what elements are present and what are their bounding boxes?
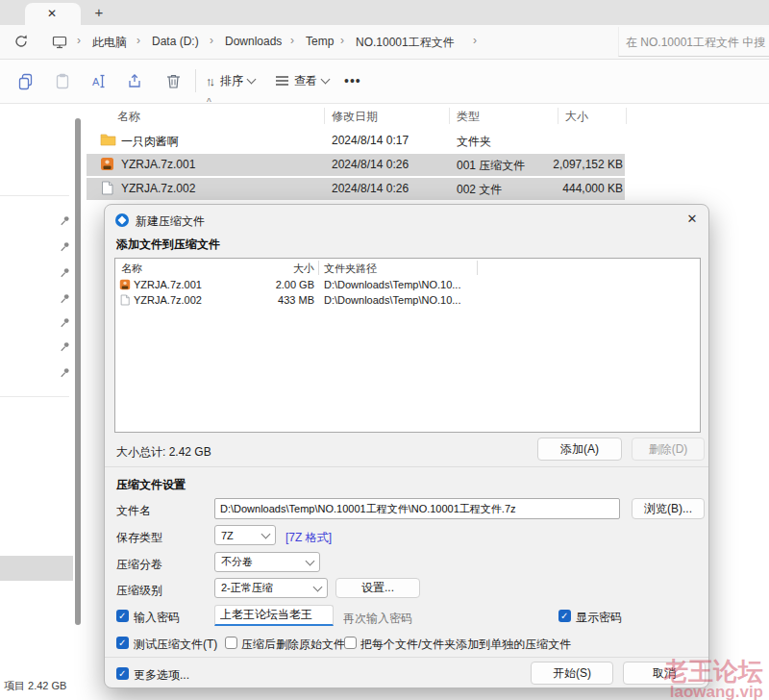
more-options-label[interactable]: 更多选项... — [134, 667, 189, 684]
file-date: 2024/8/14 0:26 — [332, 158, 409, 171]
share-icon — [126, 72, 144, 90]
pin-icon — [60, 291, 71, 303]
more-options-checkbox[interactable] — [116, 667, 129, 680]
file-name: YZRJA.7z.002 — [121, 182, 195, 195]
start-button[interactable]: 开始(S) — [531, 662, 613, 685]
table-col-divider — [477, 261, 478, 275]
dialog-divider — [105, 657, 708, 658]
file-name: YZRJA.7z.001 — [121, 158, 195, 171]
file-name: 一只肉酱啊 — [121, 134, 179, 150]
view-button[interactable]: 查看 — [275, 68, 329, 93]
dialog-close-icon[interactable]: ✕ — [682, 210, 703, 229]
password-input[interactable] — [214, 605, 334, 626]
table-row-folder[interactable]: 一只肉酱啊 2024/8/14 0:17 文件夹 — [87, 130, 625, 152]
chevron-down-icon — [247, 75, 257, 85]
table-row-7z-001[interactable]: YZRJA.7z.001 2024/8/14 0:26 001 压缩文件 2,0… — [87, 154, 625, 176]
this-pc-icon[interactable] — [52, 36, 67, 53]
more-options-button[interactable]: ••• — [344, 68, 361, 93]
status-bar-items: 项目 2.42 GB — [4, 679, 66, 693]
file-icon — [101, 181, 113, 198]
file-type: 文件夹 — [457, 134, 491, 150]
cancel-button[interactable]: 取消 — [623, 662, 706, 685]
split-label: 压缩分卷 — [116, 557, 162, 573]
total-size-label: 大小总计: 2.42 GB — [116, 444, 211, 461]
column-header-size[interactable]: 大小 — [565, 109, 588, 125]
breadcrumb-data-d[interactable]: Data (D:) — [152, 35, 199, 48]
delete-button[interactable] — [160, 68, 186, 93]
add-button[interactable]: 添加(A) — [537, 438, 622, 461]
new-archive-dialog: 新建压缩文件 ✕ 添加文件到压缩文件 名称 大小 文件夹路径 YZRJA.7z.… — [104, 204, 709, 688]
format-link[interactable]: [7Z 格式] — [285, 530, 332, 546]
browse-button[interactable]: 浏览(B)... — [632, 498, 705, 519]
table-col-size[interactable]: 大小 — [257, 262, 314, 276]
breadcrumb-separator-icon: › — [290, 34, 294, 47]
savetype-value: 7Z — [221, 530, 234, 541]
separate-archives-label[interactable]: 把每个文件/文件夹添加到单独的压缩文件 — [360, 637, 571, 653]
file-icon — [120, 294, 130, 308]
archive-file-table[interactable]: 名称 大小 文件夹路径 YZRJA.7z.001 2.00 GB D:\Down… — [114, 258, 701, 433]
settings-button[interactable]: 设置... — [335, 578, 420, 598]
column-header-date[interactable]: 修改日期 — [332, 109, 378, 125]
share-button[interactable] — [121, 68, 148, 93]
table-row[interactable]: YZRJA.7z.001 2.00 GB D:\Downloads\Temp\N… — [115, 277, 700, 292]
column-divider[interactable] — [626, 108, 627, 124]
savetype-dropdown[interactable]: 7Z — [214, 525, 276, 545]
delete-after-checkbox[interactable] — [225, 637, 237, 649]
table-row-7z-002[interactable]: YZRJA.7z.002 2024/8/14 0:26 002 文件 444,0… — [87, 178, 625, 200]
test-archive-label[interactable]: 测试压缩文件(T) — [134, 637, 217, 653]
chevron-down-icon — [261, 529, 271, 538]
breadcrumb-downloads[interactable]: Downloads — [225, 35, 282, 48]
table-row[interactable]: YZRJA.7z.002 433 MB D:\Downloads\Temp\NO… — [115, 292, 700, 308]
command-toolbar — [0, 60, 769, 104]
sidebar-scrollbar[interactable] — [75, 118, 81, 625]
column-divider[interactable] — [449, 108, 450, 124]
row-path: D:\Downloads\Temp\NO.10... — [324, 279, 460, 290]
rename-button[interactable]: A — [85, 68, 112, 93]
delete-after-label[interactable]: 压缩后删除原始文件 — [241, 637, 345, 653]
column-divider[interactable] — [324, 108, 325, 124]
delete-button: 删除(D) — [632, 438, 705, 461]
show-password-label[interactable]: 显示密码 — [576, 610, 622, 626]
breadcrumb-separator-icon: › — [77, 34, 81, 47]
paste-button[interactable] — [48, 68, 75, 93]
password-checkbox[interactable] — [116, 610, 129, 622]
pin-icon — [60, 315, 71, 327]
section-add-files: 添加文件到压缩文件 — [116, 237, 220, 253]
file-type: 001 压缩文件 — [457, 158, 525, 174]
table-col-name[interactable]: 名称 — [121, 262, 142, 276]
file-type: 002 文件 — [457, 182, 502, 198]
breadcrumb-separator-icon: › — [340, 34, 344, 47]
rename-icon: A — [89, 72, 108, 90]
row-size: 2.00 GB — [257, 279, 314, 290]
archive-app-icon — [114, 212, 130, 232]
tab-close-icon[interactable]: ✕ — [44, 6, 60, 21]
breadcrumb-this-pc[interactable]: 此电脑 — [92, 35, 127, 51]
level-dropdown[interactable]: 2-正常压缩 — [214, 578, 328, 598]
column-divider[interactable] — [558, 108, 558, 124]
sort-button[interactable]: 排序 — [206, 68, 255, 93]
column-header-name[interactable]: 名称 — [117, 109, 140, 125]
chevron-down-icon — [313, 582, 323, 591]
breadcrumb-current-folder[interactable]: NO.10001工程文件 — [356, 35, 455, 51]
active-tab[interactable]: ✕ — [25, 3, 81, 25]
confirm-password-input[interactable] — [341, 609, 456, 628]
view-label: 查看 — [294, 73, 317, 89]
filename-input[interactable] — [214, 498, 620, 519]
column-header-type[interactable]: 类型 — [457, 109, 480, 125]
sidebar-selected-item[interactable] — [0, 556, 73, 581]
test-archive-checkbox[interactable] — [116, 637, 129, 649]
refresh-icon[interactable] — [13, 34, 29, 53]
level-value: 2-正常压缩 — [221, 581, 273, 595]
show-password-checkbox[interactable] — [558, 610, 571, 622]
row-size: 433 MB — [257, 294, 314, 306]
split-dropdown[interactable]: 不分卷 — [214, 552, 320, 572]
separate-archives-checkbox[interactable] — [344, 637, 357, 649]
table-col-path[interactable]: 文件夹路径 — [324, 262, 377, 276]
pin-icon — [60, 239, 71, 251]
breadcrumb-temp[interactable]: Temp — [306, 35, 334, 48]
toolbar-divider — [195, 69, 196, 92]
password-label[interactable]: 输入密码 — [134, 610, 180, 626]
explorer-window: ✕ + › 此电脑 › Data (D:) › Downloads › Temp… — [0, 0, 769, 700]
copy-button[interactable] — [12, 68, 38, 93]
new-tab-button[interactable]: + — [90, 4, 108, 21]
